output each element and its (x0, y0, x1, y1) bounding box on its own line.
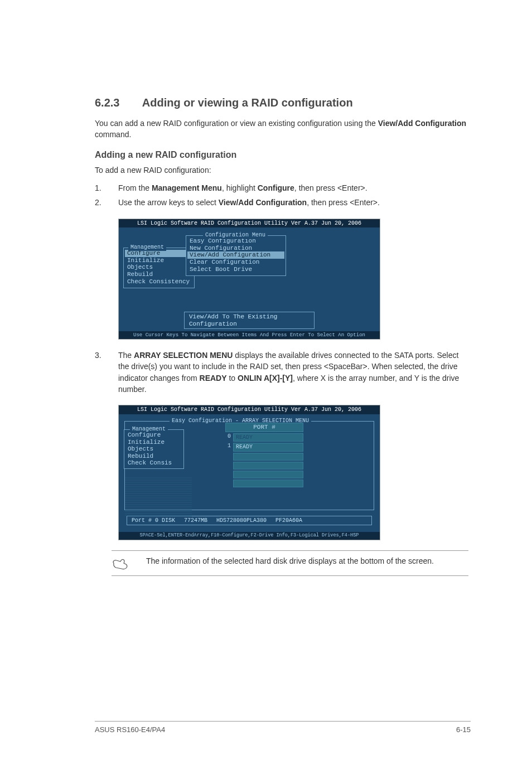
bios-footer-hint: Use Cursor Keys To Navigate Between Item… (119, 331, 380, 339)
bios-footer-hint-2: SPACE-Sel,ENTER-EndArray,F10-Configure,F… (119, 532, 380, 540)
subsection-heading: Adding a new RAID configuration (95, 148, 471, 161)
drive-row-blank (225, 462, 303, 469)
drive-row-blank (225, 453, 303, 461)
footer-left: ASUS RS160-E4/PA4 (95, 725, 165, 735)
management-menu-box: Management Configure Initialize Objects … (123, 248, 195, 288)
array-selection-box: Easy Configuration - ARRAY SELECTION MEN… (124, 421, 374, 510)
mgmt-item-objects[interactable]: Objects (127, 264, 191, 271)
note-icon (112, 555, 129, 571)
cfg-item-clear[interactable]: Clear Configuration (190, 259, 282, 266)
drive-info-port: Port # 0 DISK (132, 517, 175, 524)
management-menu-title: Management (128, 244, 166, 251)
drive-row-0[interactable]: 0 READY (225, 433, 303, 442)
step-1: From the Management Menu, highlight Conf… (95, 182, 471, 193)
drive-row-1[interactable]: 1 READY (225, 443, 303, 452)
mgmt2-item[interactable]: Configure (128, 432, 180, 439)
management-menu-title-2: Management (130, 426, 168, 433)
drive-info-box: Port # 0 DISK 77247MB HDS728080PLA380 PF… (127, 516, 372, 526)
drive-info-fw: PF20A60A (275, 517, 302, 524)
subsection-intro: To add a new RAID configuration: (95, 164, 471, 176)
decor-stripes (125, 477, 192, 516)
section-heading: 6.2.3 Adding or viewing a RAID configura… (95, 95, 471, 111)
section-title: Adding or viewing a RAID configuration (142, 96, 353, 109)
mgmt-item-check[interactable]: Check Consistency (127, 278, 191, 285)
cfg-item-easy[interactable]: Easy Configuration (190, 238, 282, 245)
steps-list-cont: The ARRAY SELECTION MENU displays the av… (95, 350, 471, 395)
mgmt2-item[interactable]: Objects (128, 446, 180, 453)
port-header: PORT # (225, 423, 303, 432)
bios-titlebar: LSI Logic Software RAID Configuration Ut… (119, 219, 380, 228)
hint-box: View/Add To The Existing Configuration (184, 312, 315, 329)
step-3: The ARRAY SELECTION MENU displays the av… (95, 350, 471, 395)
steps-list: From the Management Menu, highlight Conf… (95, 182, 471, 209)
drive-table: PORT # 0 READY 1 READY (225, 423, 303, 487)
configuration-menu-box: Configuration Menu Easy Configuration Ne… (186, 235, 286, 276)
cfg-item-new[interactable]: New Configuration (190, 245, 282, 252)
screenshot-config-menu: LSI Logic Software RAID Configuration Ut… (118, 219, 380, 340)
mgmt-item-initialize[interactable]: Initialize (127, 257, 191, 264)
cfg-item-viewadd[interactable]: View/Add Configuration (187, 251, 284, 259)
intro-paragraph: You can add a new RAID configuration or … (95, 118, 471, 141)
mgmt2-item[interactable]: Initialize (128, 439, 180, 446)
section-number: 6.2.3 (95, 95, 139, 111)
step-2: Use the arrow keys to select View/Add Co… (95, 197, 471, 208)
management-menu-box-2: Management Configure Initialize Objects … (124, 429, 184, 469)
mgmt2-item[interactable]: Check Consis (128, 459, 180, 467)
footer-right: 6-15 (456, 725, 471, 735)
note-row: The information of the selected hard dis… (112, 550, 468, 576)
configuration-menu-title: Configuration Menu (203, 232, 268, 239)
screenshot-array-selection: LSI Logic Software RAID Configuration Ut… (118, 405, 380, 540)
drive-row-blank (225, 480, 303, 487)
cfg-item-boot[interactable]: Select Boot Drive (190, 266, 282, 273)
mgmt-item-rebuild[interactable]: Rebuild (127, 271, 191, 278)
drive-row-blank (225, 471, 303, 478)
page-footer: ASUS RS160-E4/PA4 6-15 (95, 721, 471, 735)
note-text: The information of the selected hard dis… (146, 555, 434, 567)
drive-info-size: 77247MB (184, 517, 207, 524)
mgmt-item-configure[interactable]: Configure (125, 250, 193, 257)
bios-titlebar: LSI Logic Software RAID Configuration Ut… (119, 405, 380, 414)
drive-info-model: HDS728080PLA380 (216, 517, 267, 524)
mgmt2-item[interactable]: Rebuild (128, 453, 180, 460)
